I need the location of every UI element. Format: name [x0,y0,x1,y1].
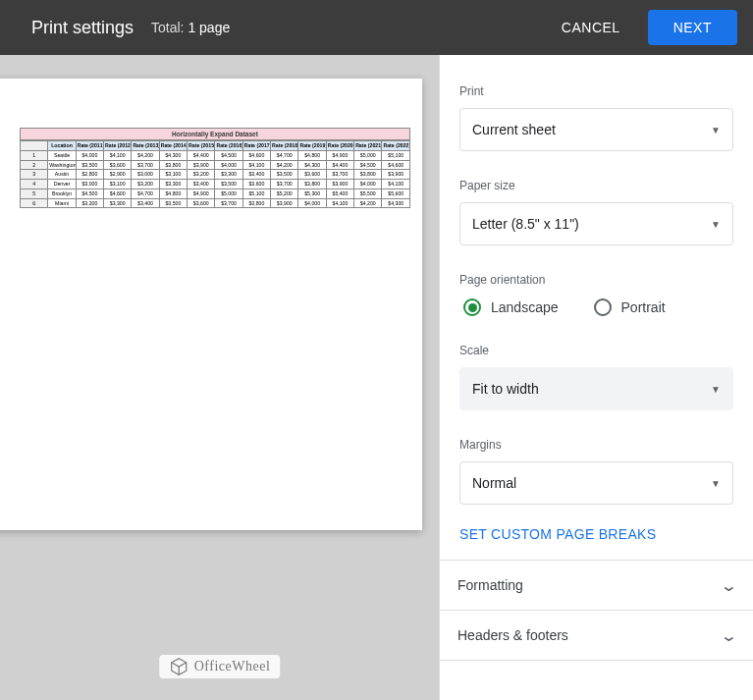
cancel-button[interactable]: CANCEL [548,10,634,45]
table-cell: $3,900 [382,170,410,180]
table-cell: $4,300 [382,198,410,208]
table-cell: $4,700 [132,188,159,198]
table-header-cell: Rate (2013) [132,141,159,151]
table-cell: $4,600 [382,160,410,170]
table-header-cell: Rate (2011) [76,141,103,151]
table-cell: $4,900 [188,188,215,198]
chevron-down-icon: ⌄ [720,626,737,645]
table-row: 2Washington$3,500$3,600$3,700$3,800$3,90… [21,160,410,170]
table-cell: $4,400 [326,160,353,170]
next-button[interactable]: NEXT [648,10,737,45]
table-cell: $4,000 [76,150,103,160]
table-cell: $3,500 [76,160,103,170]
page-title: Print settings [31,18,134,38]
print-select[interactable]: Current sheet ▼ [459,108,733,151]
total-pages: Total: 1 page [151,20,230,35]
table-cell: $3,500 [159,198,187,208]
table-cell: $3,800 [242,198,270,208]
table-cell: $3,900 [188,160,215,170]
table-cell: Austin [48,170,76,180]
table-cell: $4,200 [354,198,382,208]
table-cell: $3,300 [159,180,187,189]
table-cell: $4,300 [298,160,326,170]
table-cell: $3,300 [215,170,242,180]
table-cell: $5,200 [271,188,298,198]
orientation-portrait-radio[interactable]: Portrait [594,298,666,316]
table-row: 1Seattle$4,000$4,100$4,200$4,300$4,400$4… [21,150,410,160]
table-header-cell: Rate (2014) [159,141,187,151]
table-header-cell: Rate (2015) [188,141,215,151]
table-cell: $3,400 [132,198,159,208]
table-cell: $3,700 [326,170,353,180]
table-row: 4Denver$3,000$3,100$3,200$3,300$3,400$3,… [21,180,410,189]
sheet-table: LocationRate (2011)Rate (2012)Rate (2013… [20,140,410,208]
watermark-icon [169,657,188,676]
print-label: Print [459,84,733,98]
table-header-cell: Location [48,141,76,151]
table-cell: 2 [21,160,48,170]
table-cell: $3,200 [132,180,159,189]
table-cell: $3,900 [271,198,298,208]
paper-size-label: Paper size [459,179,733,192]
table-cell: $4,900 [326,150,353,160]
table-cell: $4,500 [215,150,242,160]
dropdown-icon: ▼ [711,384,721,395]
table-cell: $3,700 [215,198,242,208]
print-preview-area: Horizontally Expand Dataset LocationRate… [0,55,439,700]
table-cell: $4,500 [354,160,382,170]
table-cell: $3,200 [76,198,103,208]
chevron-down-icon: ⌄ [720,576,737,595]
table-cell: $5,300 [298,188,326,198]
table-cell: $3,700 [271,180,298,189]
dropdown-icon: ▼ [711,125,721,135]
table-header-cell: Rate (2018) [271,141,298,151]
table-header-cell [21,141,48,151]
headers-footers-expander[interactable]: Headers & footers ⌄ [457,611,735,660]
scale-label: Scale [459,344,733,357]
table-header-cell: Rate (2020) [326,141,353,151]
orientation-label: Page orientation [459,273,733,287]
table-cell: $3,300 [104,198,132,208]
table-cell: $4,000 [298,198,326,208]
table-cell: $4,000 [215,160,242,170]
table-cell: $3,400 [242,170,270,180]
table-cell: $4,200 [271,160,298,170]
table-cell: 3 [21,170,48,180]
table-header-cell: Rate (2017) [242,141,270,151]
table-cell: $4,500 [76,188,103,198]
table-row: 6Miami$3,200$3,300$3,400$3,500$3,600$3,7… [21,198,410,208]
table-cell: $3,700 [132,160,159,170]
table-cell: 4 [21,180,48,189]
table-cell: $5,500 [354,188,382,198]
table-header-cell: Rate (2021) [354,141,382,151]
watermark: OfficeWheel [159,655,281,678]
table-cell: $4,700 [271,150,298,160]
table-cell: $4,800 [298,150,326,160]
table-cell: $3,100 [104,180,132,189]
scale-select[interactable]: Fit to width ▼ [459,367,733,410]
table-cell: $4,600 [104,188,132,198]
formatting-expander[interactable]: Formatting ⌄ [457,561,735,610]
orientation-landscape-radio[interactable]: Landscape [463,298,559,316]
table-cell: $4,800 [159,188,187,198]
table-cell: $4,100 [242,160,270,170]
set-custom-page-breaks-button[interactable]: SET CUSTOM PAGE BREAKS [459,522,733,560]
dropdown-icon: ▼ [711,478,721,489]
orientation-group: Landscape Portrait [459,296,733,334]
table-cell: Denver [48,180,76,189]
table-cell: $4,100 [382,180,410,189]
table-cell: $3,500 [271,170,298,180]
table-cell: $3,100 [159,170,187,180]
table-cell: Brooklyn [48,188,76,198]
table-cell: $2,900 [104,170,132,180]
table-cell: $3,500 [215,180,242,189]
paper-size-select[interactable]: Letter (8.5" x 11") ▼ [459,202,733,245]
table-cell: $5,600 [382,188,410,198]
table-header-cell: Rate (2019) [298,141,326,151]
table-cell: $5,000 [354,150,382,160]
margins-select[interactable]: Normal ▼ [459,461,733,505]
table-cell: 1 [21,150,48,160]
sheet-title: Horizontally Expand Dataset [20,128,410,140]
table-cell: $4,600 [242,150,270,160]
table-cell: $3,200 [188,170,215,180]
